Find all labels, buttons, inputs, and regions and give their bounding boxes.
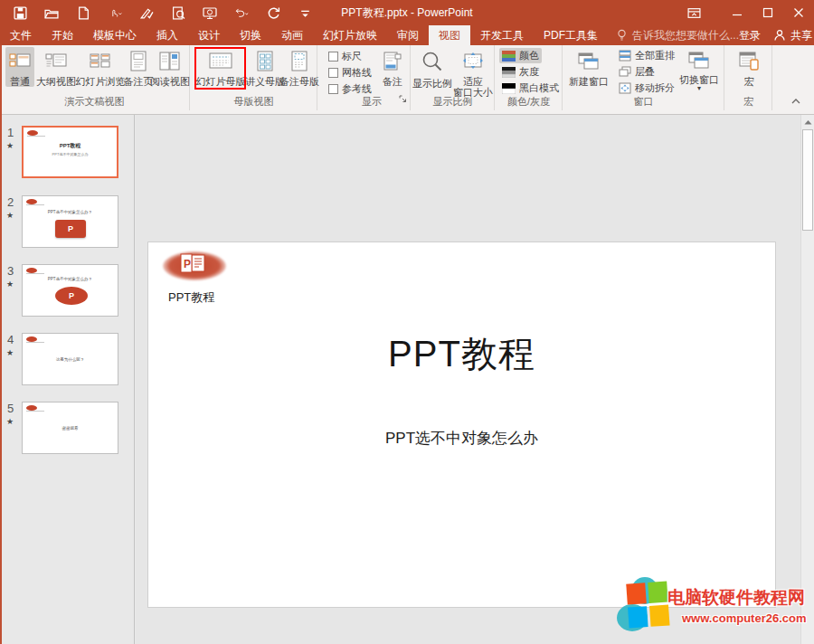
tab-insert[interactable]: 插入 <box>147 25 188 45</box>
svg-text:P: P <box>184 258 191 270</box>
reading-view-button[interactable]: 阅读视图 <box>152 47 188 87</box>
slide-sorter-button[interactable]: 幻灯片浏览 <box>76 47 125 87</box>
ribbon-display-options-icon[interactable] <box>678 0 709 25</box>
notes-icon <box>382 51 403 72</box>
windows-flag-icon <box>626 581 671 630</box>
group-zoom: 显示比例 适应窗口大小 显示比例 <box>412 45 495 110</box>
handout-master-button[interactable]: 讲义母版 <box>247 47 283 87</box>
watermark-url: www.computer26.com <box>682 611 807 625</box>
quick-access-toolbar <box>0 5 312 20</box>
new-document-icon[interactable] <box>76 5 90 20</box>
slideshow-from-start-icon[interactable] <box>203 5 217 20</box>
tab-pdf-tools[interactable]: PDF工具集 <box>534 25 608 45</box>
scroll-up-icon[interactable] <box>803 117 813 127</box>
thumbnail-ppt-logo: P <box>55 220 86 238</box>
notes-page-button[interactable]: 备注页 <box>125 47 152 87</box>
black-white-button[interactable]: 黑白模式 <box>499 80 562 96</box>
arrange-all-button[interactable]: 全部重排 <box>616 48 677 63</box>
group-color-grayscale: 颜色 灰度 黑白模式 颜色/灰度 <box>496 45 563 110</box>
open-icon[interactable] <box>44 5 59 20</box>
gridlines-checkbox[interactable]: 网格线 <box>326 65 374 80</box>
ppt-document-icon: P <box>179 253 210 277</box>
color-button[interactable]: 颜色 <box>499 48 542 63</box>
tab-file[interactable]: 文件 <box>0 25 42 45</box>
sign-in-link[interactable]: 登录 <box>739 28 761 43</box>
move-split-icon <box>619 82 631 94</box>
checkbox-icon <box>328 68 338 78</box>
lightbulb-icon <box>617 29 627 42</box>
collapse-ribbon-icon[interactable] <box>790 92 801 109</box>
tab-view[interactable]: 视图 <box>429 25 470 45</box>
slide-number: 3 <box>7 264 14 278</box>
normal-view-button[interactable]: 普通 <box>5 47 34 87</box>
show-dialog-launcher-icon[interactable] <box>399 90 407 107</box>
slide-subtitle[interactable]: PPT选不中对象怎么办 <box>148 428 775 449</box>
group-label-show: 显示 <box>345 95 399 109</box>
tab-slideshow[interactable]: 幻灯片放映 <box>313 25 387 45</box>
grayscale-button[interactable]: 灰度 <box>499 64 542 80</box>
macros-button[interactable]: 宏 <box>733 47 765 87</box>
slide-title[interactable]: PPT教程 <box>148 329 775 379</box>
zoom-button[interactable]: 显示比例 <box>413 47 451 89</box>
tab-developer[interactable]: 开发工具 <box>470 25 534 45</box>
new-window-button[interactable]: 新建窗口 <box>567 47 610 87</box>
tab-home[interactable]: 开始 <box>42 25 83 45</box>
new-window-icon <box>577 51 601 72</box>
thumbnail-box[interactable]: PPT选不中对象怎么办？ P <box>22 195 118 248</box>
fit-to-window-button[interactable]: 适应窗口大小 <box>453 47 493 98</box>
thumbnail-box[interactable]: PPT教程 PPT选不中对象怎么办 <box>22 126 118 178</box>
save-icon[interactable] <box>13 5 27 20</box>
normal-view-icon <box>9 51 31 72</box>
tab-animations[interactable]: 动画 <box>271 25 313 45</box>
checkbox-icon <box>328 84 338 94</box>
cascade-icon <box>619 66 631 78</box>
checkbox-icon <box>328 52 338 62</box>
slide-number: 1 <box>7 126 14 139</box>
outline-view-button[interactable]: 大纲视图 <box>36 47 76 87</box>
undo-icon[interactable] <box>234 5 249 20</box>
animation-star-icon: ★ <box>6 141 14 150</box>
slide-number: 2 <box>7 195 14 209</box>
notes-master-icon <box>289 51 309 72</box>
current-slide[interactable]: P PPT教程 PPT教程 PPT选不中对象怎么办 <box>147 242 776 608</box>
tell-me-box[interactable]: 告诉我您想要做什么... <box>617 25 739 45</box>
tab-template-center[interactable]: 模板中心 <box>83 25 147 45</box>
slide-master-button[interactable]: 幻灯片母版 <box>196 47 245 87</box>
magnifier-icon <box>421 51 444 74</box>
group-label-master-views: 母版视图 <box>191 95 317 109</box>
thumbnail-box[interactable]: PPT选不中对象怎么办？ P <box>22 264 118 317</box>
customize-qat-icon[interactable] <box>298 5 312 20</box>
slide-master-icon <box>208 51 233 72</box>
print-preview-icon[interactable] <box>171 5 185 20</box>
ruler-checkbox[interactable]: 标尺 <box>326 49 364 64</box>
ribbon-view-tab-content: 普通 大纲视图 幻灯片浏览 备注页 阅读视图 演示文稿视图 幻灯片母版 讲义母版 <box>0 45 814 115</box>
tab-transitions[interactable]: 切换 <box>230 25 271 45</box>
tab-design[interactable]: 设计 <box>188 25 230 45</box>
title-bar: PPT教程.pptx - PowerPoint <box>0 0 814 25</box>
scrollbar-thumb[interactable] <box>802 129 813 231</box>
group-master-views: 幻灯片母版 讲义母版 备注母版 母版视图 <box>191 45 317 110</box>
proofing-pen-icon[interactable] <box>139 5 154 20</box>
touch-mouse-mode-icon[interactable] <box>108 5 122 20</box>
notes-button[interactable]: 备注 <box>378 47 407 87</box>
cascade-button[interactable]: 层叠 <box>616 64 658 80</box>
move-split-button[interactable]: 移动拆分 <box>616 80 677 96</box>
close-button[interactable] <box>783 0 814 25</box>
notes-master-button[interactable]: 备注母版 <box>283 47 316 87</box>
person-icon <box>773 29 786 42</box>
thumbnail-box[interactable]: 这是为什么呢？ <box>22 333 118 385</box>
redo-icon[interactable] <box>266 5 280 20</box>
mini-caption-line <box>26 273 44 274</box>
watermark-site-name: 电脑软硬件教程网 <box>667 586 805 610</box>
slide-editing-area[interactable]: P PPT教程 PPT教程 PPT选不中对象怎么办 <box>136 115 814 644</box>
share-button[interactable]: 共享 <box>773 28 812 43</box>
vertical-scrollbar[interactable] <box>800 115 814 644</box>
thumbnail-box[interactable]: 谢谢观看 <box>22 402 118 454</box>
maximize-button[interactable] <box>752 0 783 25</box>
slide-number: 4 <box>7 333 14 346</box>
minimize-button[interactable] <box>722 0 752 25</box>
switch-windows-button[interactable]: 切换窗口 ▾ <box>677 47 721 92</box>
tab-review[interactable]: 审阅 <box>387 25 429 45</box>
grayscale-swatch-icon <box>502 67 516 78</box>
window-left-border <box>0 45 2 644</box>
